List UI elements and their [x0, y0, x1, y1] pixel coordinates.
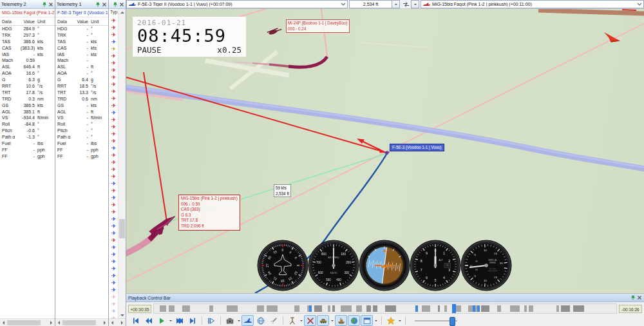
scrollbar-thumb[interactable] [7, 320, 41, 325]
object-list-item[interactable]: ✈ [109, 145, 118, 152]
object-list-item[interactable]: ✈ [109, 301, 118, 308]
object-list-item[interactable]: ✈ [109, 173, 118, 180]
close-icon[interactable] [637, 295, 642, 300]
pin-icon[interactable] [42, 2, 47, 7]
speed-slider[interactable] [415, 320, 457, 321]
object-list-item[interactable]: ✈ [109, 195, 118, 202]
object-list-item[interactable]: ✈ [109, 24, 118, 32]
star-dropdown-button[interactable] [397, 316, 402, 325]
scroll-up-icon[interactable] [118, 10, 126, 15]
object-list-item[interactable]: ✈ [109, 280, 118, 287]
scroll-right-icon[interactable] [48, 320, 55, 326]
object-list-item[interactable]: ✈ [109, 216, 118, 223]
pin-icon[interactable] [95, 2, 100, 7]
object-list-item[interactable]: ✈ [109, 294, 118, 301]
col-unit[interactable]: Unit [88, 17, 106, 25]
star-button[interactable] [384, 315, 397, 326]
col-value[interactable]: Value [17, 17, 35, 25]
scroll-right-icon[interactable] [119, 320, 126, 326]
pin-icon[interactable] [630, 295, 636, 300]
object-list-item[interactable]: ✈ [109, 110, 118, 117]
object-list-item[interactable]: ✈ [109, 74, 118, 81]
window-dropdown-button[interactable] [374, 316, 378, 325]
tripod-button[interactable] [286, 315, 298, 326]
secondary-object-combo[interactable]: MiG-15bis Fagot (Pink 1-2 | pinkkush) (+… [421, 0, 644, 8]
object-list-item[interactable]: ✈ [109, 17, 118, 24]
close-icon[interactable] [119, 2, 124, 7]
object-list-item[interactable]: ✈ [109, 258, 118, 265]
object-list-item[interactable]: ✈ [109, 67, 118, 74]
horizontal-scrollbar[interactable] [0, 318, 55, 326]
object-list-item[interactable]: ✈ [109, 138, 118, 145]
col-data[interactable]: Data [2, 17, 17, 25]
swap-dropdown-button[interactable] [411, 0, 419, 8]
object-list-item[interactable]: ✈ [109, 53, 118, 60]
scrollbar-thumb[interactable] [62, 320, 96, 325]
horizontal-scrollbar[interactable] [109, 318, 126, 326]
object-list-item[interactable]: ✈ [109, 152, 118, 159]
object-list-item[interactable]: ✈ [109, 60, 118, 67]
tracked-object-name[interactable]: MiG-15bis Fagot (Pink 1-2 |... [0, 9, 55, 17]
slider-thumb[interactable] [450, 317, 455, 326]
earth-button[interactable] [348, 315, 360, 326]
object-list-item[interactable]: ✈ [109, 81, 118, 88]
object-list-item[interactable]: ✈ [109, 273, 118, 280]
elapsed-time-field[interactable]: +00:30:35 [128, 305, 151, 313]
vehicle-button[interactable] [317, 315, 329, 326]
scroll-down-icon[interactable] [118, 313, 126, 318]
vehicle-dropdown-button[interactable] [330, 316, 334, 325]
scroll-left-icon[interactable] [109, 320, 115, 326]
rewind-button[interactable] [142, 315, 155, 326]
object-list-item[interactable]: ✈ [109, 88, 118, 95]
play-button[interactable] [155, 315, 167, 326]
object-list-item[interactable]: ✈ [109, 209, 118, 216]
tracked-object-name[interactable]: F-5E-3 Tiger II (Voodoo 1-1 ... [55, 9, 108, 17]
primary-object-combo[interactable]: F-5E-3 Tiger II (Voodoo 1-1 | Vuvu) (+00… [126, 0, 348, 8]
object-list-item[interactable]: ✈ [109, 32, 118, 39]
window-button[interactable] [361, 315, 373, 326]
aircraft-button[interactable] [242, 315, 254, 326]
swap-objects-button[interactable] [401, 0, 411, 8]
type-column-header[interactable]: Typ [110, 10, 117, 14]
pin-icon[interactable] [113, 2, 118, 7]
mig-object-label[interactable]: MiG-15bis (Pink 1-2 | pinkkush) 006 ↓ 0.… [178, 195, 240, 231]
object-list-item[interactable]: ✈ [109, 102, 118, 110]
object-list-item[interactable]: ✈ [109, 202, 118, 209]
tripod-dropdown-button[interactable] [299, 316, 303, 325]
horizontal-scrollbar[interactable] [55, 318, 108, 326]
globe-button[interactable] [254, 315, 267, 326]
scroll-left-icon[interactable] [55, 320, 62, 326]
object-list-item[interactable]: ✈ [109, 230, 118, 237]
step-button[interactable] [205, 315, 217, 326]
f5-object-label[interactable]: F-5E-3 (Voodoo 1-1 | Vuvu) [390, 144, 444, 151]
object-list-item[interactable]: ✈ [109, 166, 118, 173]
object-list-item[interactable]: ✈ [109, 251, 118, 258]
vertical-scrollbar[interactable] [118, 9, 126, 319]
helicopter-icon[interactable] [267, 27, 282, 35]
object-list-item[interactable]: ✈ [109, 131, 118, 138]
object-list-item[interactable]: ✈ [109, 265, 118, 273]
remaining-time-field[interactable]: -00:16:26 [619, 305, 642, 313]
object-list-item[interactable]: ✈ [109, 244, 118, 251]
cross-button[interactable] [304, 315, 316, 326]
skip-end-button[interactable] [186, 315, 198, 326]
object-list-item[interactable]: ✈ [109, 95, 118, 102]
scrollbar-thumb[interactable] [119, 219, 125, 238]
object-list-item[interactable]: ✈ [109, 287, 118, 294]
object-list-item[interactable]: ✈ [109, 117, 118, 124]
range-dropdown-button[interactable] [392, 0, 400, 8]
object-list-item[interactable]: ✈ [109, 159, 118, 166]
mig-aircraft-icon[interactable] [148, 215, 180, 240]
close-icon[interactable] [48, 2, 53, 7]
chevron-down-icon[interactable] [341, 3, 346, 6]
object-list-item[interactable]: ✈ [109, 46, 118, 53]
col-data[interactable]: Data [57, 17, 71, 25]
object-list-item[interactable]: ✈ [109, 124, 118, 131]
scroll-left-icon[interactable] [0, 320, 6, 326]
ship-button[interactable] [335, 315, 347, 326]
camera-button[interactable] [223, 315, 236, 326]
camera-dropdown-button[interactable] [236, 316, 241, 325]
object-list-item[interactable]: ✈ [109, 223, 118, 230]
skip-start-button[interactable] [129, 315, 142, 326]
range-display-combo[interactable]: 2,534 ft [349, 0, 392, 8]
